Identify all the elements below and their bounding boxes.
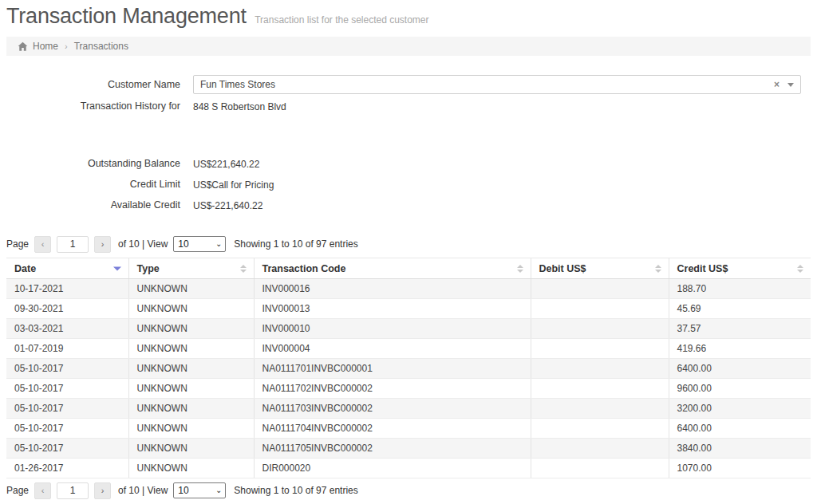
pagination-bottom: Page ‹ › of 10 | View 10 ⌄ Showing 1 to … <box>6 482 811 499</box>
cell-date: 03-03-2021 <box>6 319 128 339</box>
sort-icon[interactable] <box>517 265 523 273</box>
cell-credit: 3840.00 <box>669 439 811 459</box>
credit-limit-label: Credit Limit <box>0 179 193 190</box>
cell-credit: 9600.00 <box>669 379 811 399</box>
cell-date: 01-26-2017 <box>6 459 128 478</box>
of-pages-label: of 10 | View <box>118 238 168 250</box>
outstanding-balance-row: Outstanding Balance US$221,640.22 <box>0 158 817 170</box>
table-row[interactable]: 05-10-2017 UNKNOWN NA0111705INVBC000002 … <box>6 439 811 459</box>
cell-date: 01-07-2019 <box>6 339 128 359</box>
customer-name-row: Customer Name Fun Times Stores × <box>0 75 817 94</box>
transaction-history-value: 848 S Robertson Blvd <box>193 100 286 112</box>
prev-page-button[interactable]: ‹ <box>34 482 51 499</box>
sort-icon[interactable] <box>240 265 247 273</box>
cell-credit: 6400.00 <box>669 359 811 379</box>
cell-transaction-code: INV000013 <box>254 299 531 319</box>
cell-type: UNKNOWN <box>128 359 254 379</box>
cell-date: 05-10-2017 <box>6 359 128 379</box>
cell-date: 05-10-2017 <box>6 379 128 399</box>
cell-transaction-code: NA0111705INVBC000002 <box>254 439 531 459</box>
cell-type: UNKNOWN <box>128 279 254 299</box>
cell-type: UNKNOWN <box>128 339 254 359</box>
column-header-type[interactable]: Type <box>128 258 254 279</box>
table-row[interactable]: 05-10-2017 UNKNOWN NA0111701INVBC000001 … <box>6 359 811 379</box>
customer-form: Customer Name Fun Times Stores × Transac… <box>0 75 817 211</box>
breadcrumb-separator: › <box>65 41 68 51</box>
column-header-date[interactable]: Date <box>6 258 128 279</box>
cell-credit: 37.57 <box>669 319 811 339</box>
cell-debit <box>531 359 669 379</box>
breadcrumb-current: Transactions <box>74 41 128 52</box>
breadcrumb-home-link[interactable]: Home <box>33 41 58 52</box>
cell-transaction-code: NA0111704INVBC000002 <box>254 419 531 439</box>
page-label: Page <box>6 485 29 496</box>
transaction-history-label: Transaction History for <box>0 100 193 112</box>
table-row[interactable]: 09-30-2021 UNKNOWN INV000013 45.69 <box>6 299 811 319</box>
cell-date: 10-17-2021 <box>6 279 128 299</box>
credit-limit-row: Credit Limit US$Call for Pricing <box>0 179 817 191</box>
cell-credit: 3200.00 <box>669 399 811 419</box>
transaction-history-row: Transaction History for 848 S Robertson … <box>0 100 817 112</box>
cell-transaction-code: INV000016 <box>254 279 531 299</box>
page-size-select[interactable]: 10 <box>173 482 226 498</box>
table-row[interactable]: 05-10-2017 UNKNOWN NA0111704INVBC000002 … <box>6 419 811 439</box>
cell-debit <box>531 339 669 359</box>
chevron-down-icon[interactable] <box>787 83 794 87</box>
column-header-debit[interactable]: Debit US$ <box>531 258 669 279</box>
outstanding-balance-value: US$221,640.22 <box>193 158 259 170</box>
table-row[interactable]: 05-10-2017 UNKNOWN NA0111703INVBC000002 … <box>6 399 811 419</box>
cell-credit: 1070.00 <box>669 459 811 478</box>
breadcrumb: Home › Transactions <box>6 37 811 56</box>
cell-transaction-code: NA0111701INVBC000001 <box>254 359 531 379</box>
page-size-select-wrap: 10 ⌄ <box>173 236 226 252</box>
available-credit-label: Available Credit <box>0 199 193 211</box>
home-icon <box>18 41 28 52</box>
showing-entries-label: Showing 1 to 10 of 97 entries <box>234 238 357 250</box>
available-credit-row: Available Credit US$-221,640.22 <box>0 199 817 211</box>
prev-page-button[interactable]: ‹ <box>34 236 51 253</box>
column-header-credit[interactable]: Credit US$ <box>669 258 811 279</box>
next-page-button[interactable]: › <box>94 482 111 499</box>
column-header-transaction-code[interactable]: Transaction Code <box>254 258 531 279</box>
table-row[interactable]: 10-17-2021 UNKNOWN INV000016 188.70 <box>6 279 811 299</box>
page-header: Transaction Management Transaction list … <box>0 0 817 35</box>
cell-transaction-code: DIR000020 <box>254 459 531 478</box>
page-size-select-wrap: 10 ⌄ <box>173 482 226 498</box>
clear-selection-icon[interactable]: × <box>774 80 780 89</box>
cell-type: UNKNOWN <box>128 319 254 339</box>
pagination-top: Page ‹ › of 10 | View 10 ⌄ Showing 1 to … <box>6 235 811 253</box>
page-size-select[interactable]: 10 <box>173 236 226 252</box>
page-label: Page <box>6 238 29 250</box>
sort-icon[interactable] <box>797 265 803 273</box>
cell-debit <box>531 299 669 319</box>
page-subtitle: Transaction list for the selected custom… <box>255 14 428 26</box>
cell-transaction-code: INV000010 <box>254 319 531 339</box>
cell-type: UNKNOWN <box>128 379 254 399</box>
cell-type: UNKNOWN <box>128 419 254 439</box>
showing-entries-label: Showing 1 to 10 of 97 entries <box>234 485 357 496</box>
table-row[interactable]: 01-07-2019 UNKNOWN INV000004 419.66 <box>6 339 811 359</box>
cell-debit <box>531 379 669 399</box>
table-row[interactable]: 03-03-2021 UNKNOWN INV000010 37.57 <box>6 319 811 339</box>
sort-icon[interactable] <box>655 265 661 273</box>
transaction-table-body: 10-17-2021 UNKNOWN INV000016 188.70 09-3… <box>6 279 811 478</box>
page-number-input[interactable] <box>57 482 89 499</box>
page-number-input[interactable] <box>57 236 89 253</box>
cell-debit <box>531 399 669 419</box>
available-credit-value: US$-221,640.22 <box>193 199 262 211</box>
cell-type: UNKNOWN <box>128 299 254 319</box>
cell-debit <box>531 459 669 478</box>
cell-credit: 6400.00 <box>669 419 811 439</box>
table-row[interactable]: 05-10-2017 UNKNOWN NA0111702INVBC000002 … <box>6 379 811 399</box>
of-pages-label: of 10 | View <box>118 485 168 496</box>
table-row[interactable]: 01-26-2017 UNKNOWN DIR000020 1070.00 <box>6 459 811 478</box>
customer-name-select[interactable]: Fun Times Stores × <box>193 75 801 94</box>
sort-desc-icon[interactable] <box>113 266 121 270</box>
next-page-button[interactable]: › <box>94 236 111 253</box>
cell-type: UNKNOWN <box>128 459 254 478</box>
table-header-row: Date Type Transaction Code Debit US$ Cre… <box>6 258 811 279</box>
cell-debit <box>531 279 669 299</box>
page-title: Transaction Management <box>6 4 247 28</box>
cell-transaction-code: INV000004 <box>254 339 531 359</box>
cell-date: 05-10-2017 <box>6 419 128 439</box>
